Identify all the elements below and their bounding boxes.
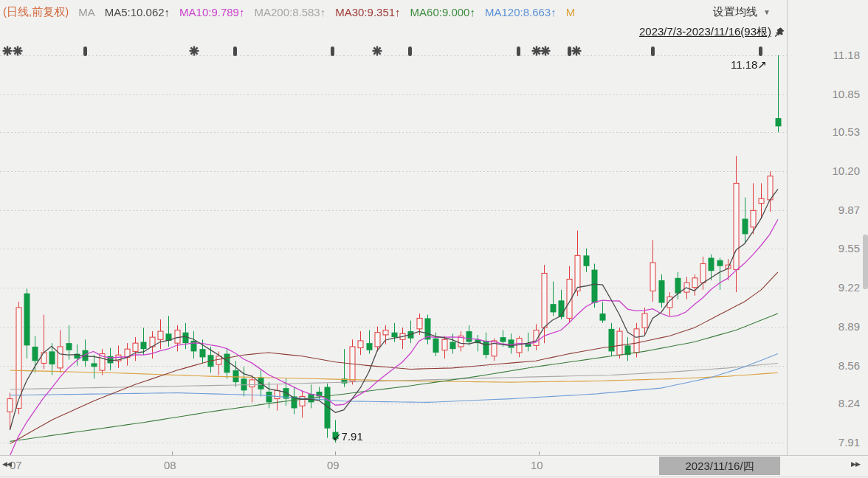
arrow-up-right-icon: ↗ xyxy=(757,58,767,71)
ma60-value: MA60:9.000↑ xyxy=(410,6,475,18)
event-marker-capsule-icon[interactable] xyxy=(331,46,334,56)
price-axis-label: 9.22 xyxy=(805,281,860,294)
price-axis-label: 9.55 xyxy=(805,242,860,254)
window-bottom-edge xyxy=(0,477,868,477)
event-marker-capsule-icon[interactable] xyxy=(759,46,762,56)
price-axis-label: 8.24 xyxy=(805,397,860,409)
scroll-left-icon[interactable]: ◀◀ xyxy=(2,460,11,468)
price-axis-label: 10.20 xyxy=(805,164,860,177)
price-axis-label: 7.91 xyxy=(805,436,860,448)
event-marker-capsule-icon[interactable] xyxy=(408,46,412,56)
vertical-scrollbar-thumb[interactable] xyxy=(863,235,868,289)
month-label: 07 xyxy=(10,459,22,471)
ma10-value: MA10:9.789↑ xyxy=(179,6,244,18)
period-mode-label: (日线,前复权) xyxy=(3,5,69,19)
candlestick-chart-canvas[interactable] xyxy=(0,0,787,456)
visible-range-row: 2023/7/3-2023/11/16(93根) xyxy=(639,25,785,39)
event-marker-asterisk-icon[interactable] xyxy=(372,46,382,59)
month-tick xyxy=(539,451,540,455)
low-price-label: 7.91 xyxy=(342,430,363,443)
ma-group-label: MA xyxy=(78,6,95,18)
price-axis-label: 10.53 xyxy=(805,125,860,138)
month-tick xyxy=(172,451,173,455)
low-price-annotation: ↙7.91 xyxy=(332,430,363,443)
month-tick xyxy=(335,451,336,455)
event-marker-asterisk-icon[interactable] xyxy=(13,46,23,59)
axis-separator-horizontal xyxy=(0,455,868,456)
event-marker-capsule-icon[interactable] xyxy=(517,46,520,56)
ma30-value: MA30:9.351↑ xyxy=(335,6,400,18)
high-price-annotation: 11.18↗ xyxy=(731,58,767,72)
price-axis-label: 10.85 xyxy=(805,88,860,100)
price-axis-label: 9.87 xyxy=(805,204,860,216)
scroll-right-icon[interactable]: ▶▶ xyxy=(851,460,860,468)
ma-settings-label: 设置均线 xyxy=(713,5,757,19)
event-marker-capsule-icon[interactable] xyxy=(651,46,655,56)
ma200-value: MA200:8.583↑ xyxy=(254,6,326,18)
current-date-badge: 2023/11/16/四 xyxy=(659,457,780,475)
chevron-down-icon: ▼ xyxy=(763,8,771,16)
month-label: 09 xyxy=(327,459,340,471)
ma120-value: MA120:8.663↑ xyxy=(485,6,557,18)
event-marker-asterisk-icon[interactable] xyxy=(571,46,582,59)
visible-range-label[interactable]: 2023/7/3-2023/11/16(93根) xyxy=(639,25,771,39)
pin-icon[interactable] xyxy=(774,27,785,38)
event-marker-asterisk-icon[interactable] xyxy=(540,46,551,59)
price-axis-label: 11.18 xyxy=(805,49,860,61)
event-marker-capsule-icon[interactable] xyxy=(233,46,237,56)
arrow-down-left-icon: ↙ xyxy=(332,430,342,443)
month-label: 08 xyxy=(164,459,176,471)
axis-separator-vertical xyxy=(787,0,788,456)
price-axis-label: 8.89 xyxy=(805,320,860,333)
price-axis-label: 8.56 xyxy=(805,359,860,372)
event-marker-asterisk-icon[interactable] xyxy=(189,46,199,59)
ma250-truncated: M xyxy=(566,6,576,18)
ma5-value: MA5:10.062↑ xyxy=(105,6,170,18)
indicator-legend-bar: (日线,前复权) MA MA5:10.062↑ MA10:9.789↑ MA20… xyxy=(3,3,575,21)
ma-settings-button[interactable]: 设置均线 ▼ xyxy=(713,5,771,19)
event-marker-capsule-icon[interactable] xyxy=(83,46,87,56)
stock-chart-window: (日线,前复权) MA MA5:10.062↑ MA10:9.789↑ MA20… xyxy=(0,0,868,478)
event-marker-asterisk-icon[interactable] xyxy=(2,46,13,59)
month-label: 10 xyxy=(531,459,543,471)
high-price-label: 11.18 xyxy=(731,58,757,71)
